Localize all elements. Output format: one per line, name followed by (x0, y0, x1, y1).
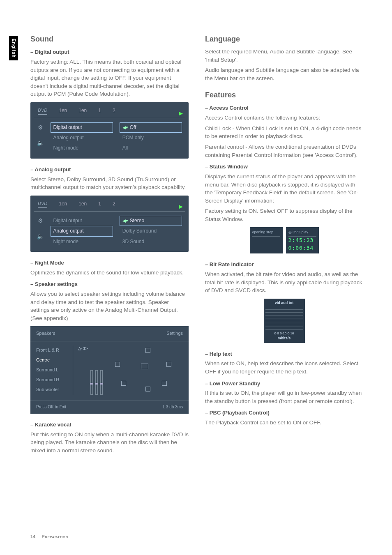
opt-pcm: PCM only (120, 133, 182, 143)
status-time-2: 0:00:34 (288, 244, 316, 252)
text-help: When set to ON, help text describes the … (205, 359, 363, 375)
osd-body-2: ⚙ 🔈 Digital output Analog output Night m… (34, 214, 185, 249)
text-digital-output: Factory setting: ALL. This means that bo… (30, 58, 189, 98)
item-digital-output: Digital output (51, 122, 113, 133)
bitrate-unit: mbits/s (265, 336, 303, 341)
text-status-1: Displays the current status of the playe… (205, 173, 363, 205)
heading-sound: Sound (30, 34, 189, 44)
right-column: Language Select the required Menu, Audio… (205, 32, 363, 457)
opt-dolby: Dolby Surround (120, 226, 182, 236)
text-analog-output: Select Stereo, Dolby Surround, 3D Sound … (30, 175, 189, 191)
heading-features: Features (205, 90, 363, 100)
text-pbc: The Playback Control can be set to ON or… (205, 419, 363, 427)
spk-surround-r: Surround R (36, 375, 69, 385)
disc-icon: ◎ (288, 230, 293, 234)
osd-lang2-2: 1en (78, 200, 87, 207)
text-karaoke: Put this setting to ON only when a multi… (30, 431, 189, 455)
opt-3dsound: 3D Sound (120, 237, 182, 247)
item-digital-output-2: Digital output (51, 216, 113, 226)
osd-analog-output: DVD 1en 1en 1 2 ▶ ⚙ 🔈 Digital output Ana… (30, 196, 189, 252)
heading-language: Language (205, 34, 363, 44)
heading-analog-output: – Analog output (30, 166, 189, 174)
page-footer: 14 Preparation (30, 534, 68, 540)
cursor-icon: ◀▾ (122, 125, 128, 130)
heading-help-text: – Help text (205, 350, 363, 358)
speakers-settings-label: Settings (166, 330, 183, 337)
status-osd-group: opening stop ◎ DVD play 2:45:23 0:00:34 (205, 227, 363, 253)
speaker-diagram (108, 345, 183, 395)
spk-pos-fr (166, 362, 171, 367)
heading-status-window: – Status Window (205, 163, 363, 171)
spk-surround-l: Surround L (36, 365, 69, 375)
speakers-exit-hint: Press OK to Exit (36, 404, 66, 410)
bitrate-header: vid aud tot (265, 300, 303, 306)
item-analog-output-2: Analog output (51, 226, 113, 236)
slider-mute (90, 370, 93, 395)
bitrate-scale: 0-8 0-10 0-10 (265, 331, 303, 336)
text-low-power: If this is set to ON, the player will go… (205, 389, 363, 405)
status-left-top: opening stop (252, 230, 280, 237)
language-tab: English (9, 36, 18, 60)
osd-dvd-label: DVD (38, 107, 47, 115)
status-time-1: 2:45:23 (288, 237, 316, 244)
osd-sideicons-2: ⚙ 🔈 (34, 214, 47, 249)
osd-menubar-2: DVD 1en 1en 1 2 ▶ (34, 199, 185, 212)
osd-num2: 2 (113, 107, 115, 114)
slider-size (95, 370, 98, 395)
item-night-mode: Night mode (51, 143, 113, 153)
opt-off: ◀▾Off (120, 122, 182, 133)
status-right-top: ◎ DVD play (288, 230, 316, 237)
heading-night-mode: – Night Mode (30, 259, 189, 267)
page-number: 14 (30, 534, 35, 539)
text-language-1: Select the required Menu, Audio and Subt… (205, 48, 363, 64)
heading-speaker-settings: – Speaker settings (30, 281, 189, 288)
status-osd-right: ◎ DVD play 2:45:23 0:00:34 (286, 227, 319, 253)
osd-list-right: ◀▾Off PCM only All (116, 121, 185, 155)
osd-digital-output: DVD 1en 1en 1 2 ▶ ⚙ 🔈 Digital output Ana… (30, 102, 189, 159)
osd-list-left: Digital output Analog output Night mode (47, 121, 116, 155)
osd-num2-2: 2 (113, 200, 115, 207)
osd-speakers-body: Front L & R Centre Surround L Surround R… (30, 341, 189, 401)
settings-icon: ⚙ (38, 123, 43, 131)
spk-pos-sl (121, 381, 126, 386)
spk-front: Front L & R (36, 345, 69, 355)
osd-num1: 1 (98, 107, 101, 114)
osd-lang1: 1en (59, 107, 67, 114)
item-night-mode-2: Night mode (51, 237, 113, 247)
cursor-icon-2: ◀▾ (122, 218, 128, 223)
spk-pos-sub (145, 387, 150, 391)
section-name: Preparation (42, 534, 68, 539)
nav-icon: △◁▷ (78, 345, 88, 352)
spk-centre: Centre (36, 355, 69, 365)
text-speaker-settings: Allows you to select speaker settings in… (30, 290, 189, 322)
heading-karaoke: – Karaoke vocal (30, 421, 189, 429)
left-column: Sound – Digital output Factory setting: … (30, 32, 189, 457)
speaker-icon-2: 🔈 (37, 232, 44, 240)
heading-pbc: – PBC (Playback Control) (205, 409, 363, 417)
text-status-2: Factory setting is ON. Select OFF to sup… (205, 207, 363, 223)
item-analog-output: Analog output (51, 133, 113, 143)
spk-pos-center (145, 348, 150, 353)
text-access-3: Parental control - Allows the conditiona… (205, 143, 363, 159)
heading-low-power: – Low Power Standby (205, 380, 363, 388)
osd-dvd-label-2: DVD (38, 200, 47, 208)
slider-level (100, 370, 103, 395)
osd-lang2: 1en (78, 107, 87, 114)
page-content: Sound – Digital output Factory setting: … (0, 0, 392, 473)
heading-digital-output: – Digital output (30, 48, 189, 56)
osd-list-left-2: Digital output Analog output Night mode (47, 214, 116, 249)
heading-access-control: – Access Control (205, 104, 363, 112)
text-access-2: Child Lock - When Child Lock is set to O… (205, 124, 363, 140)
bitrate-osd: vid aud tot 0-8 0-10 0-10 mbits/s (264, 299, 305, 343)
text-bitrate: When activated, the bit rate for video a… (205, 270, 363, 295)
settings-icon-2: ⚙ (38, 216, 43, 225)
osd-speakers: Speakers Settings Front L & R Centre Sur… (30, 326, 189, 413)
bitrate-bars (265, 307, 303, 330)
spk-pos-sr (162, 381, 167, 386)
heading-bitrate: – Bit Rate Indicator (205, 261, 363, 269)
osd-menubar: DVD 1en 1en 1 2 ▶ (34, 106, 185, 118)
speaker-icon: 🔈 (37, 139, 44, 147)
arrow-right-icon-2: ▶ (179, 203, 183, 211)
text-access-1: Access Control contains the following fe… (205, 114, 363, 122)
speakers-value: L 3 db 3ms (163, 404, 183, 410)
